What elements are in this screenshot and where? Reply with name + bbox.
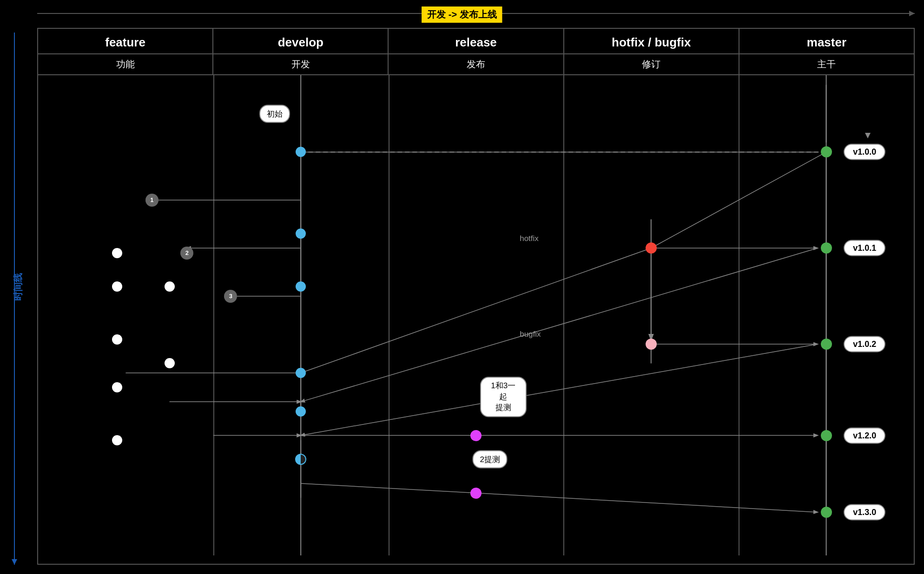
feature-node-f3 [165,281,175,292]
master-node-v100 [821,146,832,157]
svg-line-21 [301,248,818,402]
master-header: master [739,29,914,53]
svg-marker-5 [865,133,871,138]
version-v100: v1.0.0 [844,144,885,160]
hotfix-label: hotfix [520,234,539,243]
page-title: 开发 -> 发布上线 [422,7,502,23]
version-v102: v1.0.2 [844,336,885,352]
feature-node-low3 [112,382,122,392]
bugfix-node [646,339,657,350]
feature-node-2: 2 [180,247,193,260]
svg-line-16 [476,493,818,512]
divider-2 [389,75,389,555]
master-node-v102 [821,339,832,350]
divider-1 [213,75,214,555]
bubble-init: 初始 [259,104,290,123]
feature-node-f1 [112,248,122,258]
bubble-2: 2提测 [472,450,507,469]
column-subheaders: 功能 开发 发布 修订 主干 [38,54,914,75]
svg-line-22 [301,344,818,435]
canvas: 1 2 3 初始 1和3一起提测 2提测 hotfix bugfix v1. [38,75,914,555]
master-subheader: 主干 [739,54,914,74]
master-node-v101 [821,242,832,254]
release-node-1 [470,430,482,441]
feature-node-low4 [112,435,122,445]
feature-node-low1 [112,334,122,345]
arrows-svg [38,75,914,555]
develop-node-init [296,147,306,157]
svg-line-18 [301,248,651,373]
develop-subheader: 开发 [213,54,389,74]
bugfix-label: bugfix [520,330,541,339]
version-v130: v1.3.0 [844,504,885,520]
develop-node-4 [296,368,306,378]
release-header: release [389,29,564,53]
feature-node-3: 3 [224,290,237,303]
version-v101: v1.0.1 [844,240,885,256]
release-node-2 [470,488,482,499]
divider-3 [563,75,564,555]
hotfix-header: hotfix / bugfix [564,29,739,53]
release-subheader: 发布 [389,54,564,74]
feature-header: feature [38,29,213,53]
develop-header: develop [213,29,389,53]
hotfix-node [646,242,657,254]
bubble-1and3: 1和3一起提测 [480,377,527,417]
feature-node-1: 1 [145,194,158,207]
column-headers: feature develop release hotfix / bugfix … [38,29,914,54]
feature-node-low2 [165,358,175,368]
develop-node-3 [296,281,306,292]
master-node-v130 [821,507,832,518]
develop-node-2 [296,228,306,239]
git-flow-diagram: feature develop release hotfix / bugfix … [37,28,915,565]
feature-subheader: 功能 [38,54,213,74]
master-node-v120 [821,430,832,441]
hotfix-subheader: 修订 [564,54,739,74]
feature-node-f2 [112,281,122,292]
timeline-label: 时间线 [12,273,24,301]
divider-4 [739,75,739,555]
develop-node-5 [296,406,306,417]
version-v120: v1.2.0 [844,427,885,444]
develop-node-branch [295,454,306,465]
